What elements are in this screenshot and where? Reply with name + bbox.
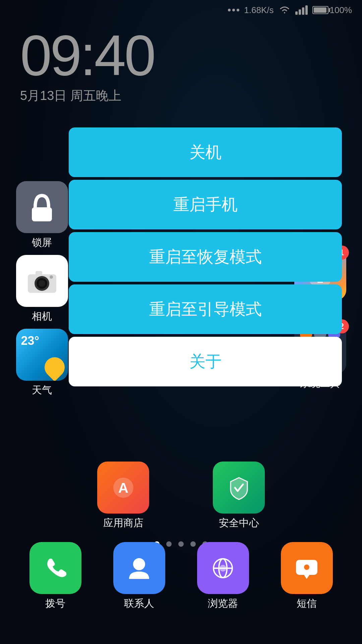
lock-svg [28, 192, 55, 222]
middle-row: A 应用商店 安全中心 [65, 462, 297, 530]
appstore-label: 应用商店 [103, 516, 143, 530]
browser-app[interactable]: 浏览器 [197, 542, 249, 610]
svg-point-6 [50, 275, 53, 279]
svg-point-16 [220, 565, 226, 572]
browser-label: 浏览器 [208, 597, 238, 610]
about-button[interactable]: 关于 [69, 337, 342, 386]
phone-label: 拨号 [45, 597, 65, 610]
svg-point-18 [304, 565, 309, 570]
phone-icon [29, 542, 81, 594]
weather-app[interactable]: 23° 天气 [10, 329, 74, 397]
security-svg [226, 474, 252, 501]
sms-label: 短信 [297, 597, 317, 610]
browser-svg [209, 555, 236, 582]
restart-button[interactable]: 重启手机 [69, 180, 342, 229]
svg-rect-0 [32, 207, 52, 221]
contacts-icon [113, 542, 165, 594]
weather-label: 天气 [32, 383, 52, 397]
appstore-icon: A [97, 462, 149, 514]
contacts-label: 联系人 [124, 597, 154, 610]
camera-app[interactable]: 相机 [10, 255, 74, 323]
contacts-app[interactable]: 联系人 [113, 542, 165, 610]
security-app[interactable]: 安全中心 [213, 462, 265, 530]
camera-label: 相机 [32, 310, 52, 323]
sms-icon [281, 542, 333, 594]
security-label: 安全中心 [219, 516, 259, 530]
phone-app[interactable]: 拨号 [29, 542, 81, 610]
lockscreen-icon [16, 181, 68, 233]
lockscreen-label: 锁屏 [32, 236, 52, 250]
appstore-app[interactable]: A 应用商店 [97, 462, 149, 530]
svg-text:A: A [118, 480, 128, 496]
browser-icon [197, 542, 249, 594]
power-off-button[interactable]: 关机 [69, 127, 342, 177]
camera-svg [26, 268, 58, 294]
dock: 拨号 联系人 浏览器 [0, 542, 362, 610]
svg-point-4 [39, 280, 45, 287]
svg-rect-5 [36, 271, 42, 275]
sms-app[interactable]: 短信 [281, 542, 333, 610]
sms-svg [293, 555, 320, 582]
security-icon [213, 462, 265, 514]
contacts-svg [126, 555, 153, 582]
lockscreen-app[interactable]: 锁屏 [10, 181, 74, 250]
phone-svg [42, 555, 69, 582]
weather-sun [40, 353, 68, 381]
weather-icon: 23° [16, 329, 68, 381]
svg-point-12 [133, 558, 145, 570]
power-menu: 关机 重启手机 重启至恢复模式 重启至引导模式 关于 [69, 127, 342, 386]
restart-bootloader-button[interactable]: 重启至引导模式 [69, 284, 342, 334]
camera-icon [16, 255, 68, 307]
restart-recovery-button[interactable]: 重启至恢复模式 [69, 232, 342, 282]
appstore-svg: A [110, 474, 137, 501]
